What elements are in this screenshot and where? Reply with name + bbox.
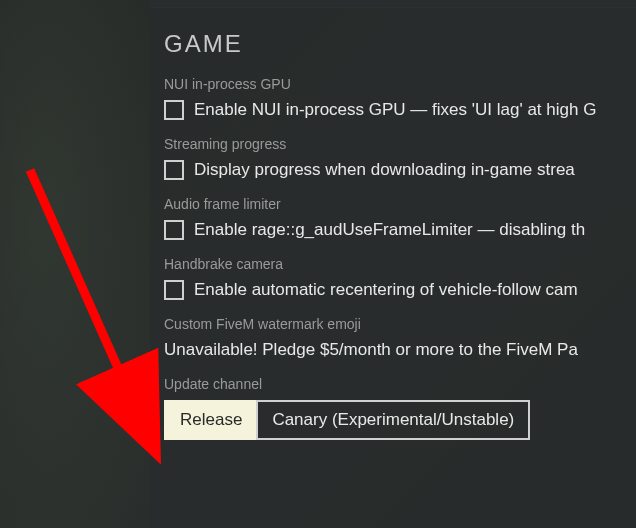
checkbox-text: Enable rage::g_audUseFrameLimiter — disa… bbox=[194, 220, 585, 240]
checkbox-row: Enable automatic recentering of vehicle-… bbox=[164, 280, 636, 300]
section-title-game: GAME bbox=[164, 30, 636, 58]
setting-audio-limiter: Audio frame limiter Enable rage::g_audUs… bbox=[164, 196, 636, 240]
checkbox-streaming[interactable] bbox=[164, 160, 184, 180]
background-blur-left bbox=[0, 0, 150, 528]
setting-label: Streaming progress bbox=[164, 136, 636, 152]
setting-label: Handbrake camera bbox=[164, 256, 636, 272]
setting-watermark: Custom FiveM watermark emoji Unavailable… bbox=[164, 316, 636, 360]
checkbox-row: Enable NUI in-process GPU — fixes 'UI la… bbox=[164, 100, 636, 120]
checkbox-row: Display progress when downloading in-gam… bbox=[164, 160, 636, 180]
checkbox-text: Enable NUI in-process GPU — fixes 'UI la… bbox=[194, 100, 596, 120]
checkbox-audio-limiter[interactable] bbox=[164, 220, 184, 240]
setting-streaming: Streaming progress Display progress when… bbox=[164, 136, 636, 180]
setting-handbrake: Handbrake camera Enable automatic recent… bbox=[164, 256, 636, 300]
setting-label: Custom FiveM watermark emoji bbox=[164, 316, 636, 332]
checkbox-text: Enable automatic recentering of vehicle-… bbox=[194, 280, 578, 300]
watermark-unavailable-text: Unavailable! Pledge $5/month or more to … bbox=[164, 340, 636, 360]
setting-label: Audio frame limiter bbox=[164, 196, 636, 212]
checkbox-nui-gpu[interactable] bbox=[164, 100, 184, 120]
setting-label: NUI in-process GPU bbox=[164, 76, 636, 92]
update-channel-toggle: Release Canary (Experimental/Unstable) bbox=[164, 400, 636, 440]
toggle-canary[interactable]: Canary (Experimental/Unstable) bbox=[256, 400, 530, 440]
checkbox-handbrake[interactable] bbox=[164, 280, 184, 300]
setting-update-channel: Update channel Release Canary (Experimen… bbox=[164, 376, 636, 440]
setting-label: Update channel bbox=[164, 376, 636, 392]
settings-panel: GAME NUI in-process GPU Enable NUI in-pr… bbox=[150, 0, 636, 528]
setting-nui-gpu: NUI in-process GPU Enable NUI in-process… bbox=[164, 76, 636, 120]
checkbox-text: Display progress when downloading in-gam… bbox=[194, 160, 575, 180]
checkbox-row: Enable rage::g_audUseFrameLimiter — disa… bbox=[164, 220, 636, 240]
toggle-release[interactable]: Release bbox=[164, 400, 258, 440]
